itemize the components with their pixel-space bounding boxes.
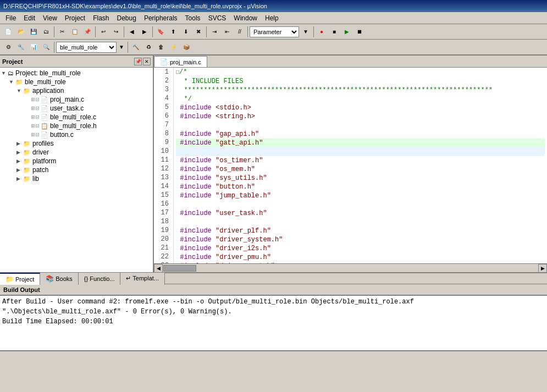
tree-item-platform[interactable]: ▶📁platform: [1, 157, 152, 165]
code-area[interactable]: 1234567891011121314151617181920212223242…: [154, 68, 547, 263]
code-line-11: #include "os_timer.h": [176, 156, 545, 165]
line-number-2: 2: [156, 76, 169, 85]
run-btn[interactable]: ●: [316, 26, 328, 38]
target-dropdown[interactable]: ble_multi_role: [56, 42, 117, 53]
menu-flash[interactable]: Flash: [90, 13, 112, 23]
debug-run-btn[interactable]: ▶: [341, 26, 353, 38]
tree-item-ble_multi_role_c[interactable]: ⊞⊟📄ble_multi_role.c: [1, 113, 152, 122]
menu-file[interactable]: File: [2, 13, 19, 23]
tb2-clean[interactable]: 🗑: [155, 41, 167, 53]
tree-item-ble_multi_role[interactable]: ▼📁ble_multi_role: [1, 78, 152, 86]
tab-books[interactable]: 📚 Books: [40, 273, 79, 285]
tree-item-user_task_c[interactable]: ⊞⊟📄user_task.c: [1, 104, 152, 113]
stop-btn[interactable]: ■: [328, 26, 340, 38]
tree-item-project-root[interactable]: ▼🗂Project: ble_multi_role: [1, 69, 152, 78]
save-all-btn[interactable]: 🗂: [40, 26, 52, 38]
next-bookmark-btn[interactable]: ⬇: [180, 26, 192, 38]
target-dropdown-arrow[interactable]: ▼: [117, 41, 126, 53]
status-bar: [0, 350, 547, 362]
title-text: D:\FREQCHIP\FR801xH-SDK\examples\dev1.0\…: [3, 3, 267, 9]
line-number-4: 4: [156, 94, 169, 103]
tree-item-lib[interactable]: ▶📁lib: [1, 174, 152, 183]
horizontal-scrollbar[interactable]: ◀ ▶: [154, 263, 547, 272]
build-output-line: After Build - User command #2: fromelf.e…: [2, 297, 545, 307]
tab-functions[interactable]: {} Functio...: [79, 273, 121, 285]
tree-item-button_c[interactable]: ⊞⊟📄button.c: [1, 130, 152, 139]
menu-view[interactable]: View: [40, 13, 60, 23]
tb2-build[interactable]: 🔨: [130, 41, 142, 53]
scroll-thumb[interactable]: [163, 265, 196, 272]
menu-bar: File Edit View Project Flash Debug Perip…: [0, 12, 547, 24]
bookmark-btn[interactable]: 🔖: [154, 26, 167, 38]
undo-btn[interactable]: ↩: [97, 26, 109, 38]
parameter-dropdown[interactable]: Parameter: [250, 26, 299, 37]
scroll-right-btn[interactable]: ▶: [538, 264, 547, 273]
line-number-17: 17: [156, 208, 169, 217]
code-line-19: #include "driver_plf.h": [176, 227, 545, 235]
menu-window[interactable]: Window: [230, 13, 261, 23]
save-btn[interactable]: 💾: [27, 26, 40, 38]
folder-icon-driver: 📁: [23, 149, 31, 156]
tree-item-profiles[interactable]: ▶📁profiles: [1, 139, 152, 148]
debug-stop-btn[interactable]: ⏹: [353, 26, 366, 38]
prev-bookmark-btn[interactable]: ⬆: [167, 26, 179, 38]
nav-fwd-btn[interactable]: ▶: [139, 26, 151, 38]
menu-tools[interactable]: Tools: [182, 13, 204, 23]
redo-btn[interactable]: ↪: [110, 26, 122, 38]
project-panel-pin[interactable]: 📌: [134, 58, 142, 65]
menu-help[interactable]: Help: [262, 13, 282, 23]
tb2-rebuild[interactable]: ♻: [142, 41, 154, 53]
tree-label-button_c: button.c: [50, 131, 74, 139]
code-line-20: #include "driver_system.h": [176, 235, 545, 244]
tree-item-patch[interactable]: ▶📁patch: [1, 165, 152, 174]
code-line-9: #include "gatt_api.h": [176, 139, 545, 147]
tree-item-proj_main_c[interactable]: ⊞⊟📄proj_main.c: [1, 95, 152, 104]
tab-project[interactable]: 📁 Project: [0, 273, 40, 285]
tree-label-ble_multi_role_h: ble_multi_role.h: [50, 122, 97, 130]
editor-tab-proj-main[interactable]: 📄 proj_main.c: [154, 56, 207, 67]
code-content[interactable]: □/* * INCLUDE FILES ********************…: [174, 68, 547, 263]
line-number-15: 15: [156, 191, 169, 200]
paste-btn[interactable]: 📌: [81, 26, 93, 38]
file-icon-user_task_c: 📄: [41, 105, 48, 112]
indent-btn[interactable]: ⇥: [208, 26, 220, 38]
menu-project[interactable]: Project: [62, 13, 89, 23]
line-number-13: 13: [156, 173, 169, 182]
tb2-btn3[interactable]: 📊: [27, 41, 40, 53]
tree-item-application[interactable]: ▼📁application: [1, 86, 152, 95]
folder-icon-ble_multi_role: 📁: [15, 79, 23, 86]
menu-peripherals[interactable]: Peripherals: [141, 13, 181, 23]
tb2-flash[interactable]: ⚡: [168, 41, 180, 53]
tree-item-ble_multi_role_h[interactable]: ⊞⊟📋ble_multi_role.h: [1, 122, 152, 130]
project-panel-close[interactable]: ✕: [143, 58, 151, 65]
new-btn[interactable]: 📄: [2, 26, 14, 38]
tree-expand-patch: ▶: [16, 167, 23, 173]
open-btn[interactable]: 📂: [15, 26, 27, 38]
code-line-21: #include "driver_i2s.h": [176, 244, 545, 253]
tb2-btn1[interactable]: ⚙: [2, 41, 14, 53]
cut-btn[interactable]: ✂: [56, 26, 68, 38]
menu-edit[interactable]: Edit: [20, 13, 38, 23]
tb2-btn4[interactable]: 🔍: [40, 41, 52, 53]
tree-label-project-root: Project: ble_multi_role: [15, 69, 81, 77]
line-number-11: 11: [156, 156, 169, 164]
project-tree: ▼🗂Project: ble_multi_role▼📁ble_multi_rol…: [0, 68, 153, 272]
scroll-left-btn[interactable]: ◀: [154, 264, 163, 273]
unindent-btn[interactable]: ⇤: [221, 26, 233, 38]
sep8: [54, 42, 54, 53]
build-output: After Build - User command #2: fromelf.e…: [0, 295, 547, 350]
tree-expand-ble_multi_role: ▼: [9, 79, 15, 85]
copy-btn[interactable]: 📋: [69, 26, 81, 38]
menu-debug[interactable]: Debug: [114, 13, 140, 23]
sep7: [313, 26, 314, 37]
nav-back-btn[interactable]: ◀: [126, 26, 138, 38]
menu-svcs[interactable]: SVCS: [205, 13, 230, 23]
tab-templates[interactable]: ↵ Templat...: [120, 273, 165, 285]
param-btn[interactable]: ▼: [300, 26, 312, 38]
clear-bookmark-btn[interactable]: ✖: [192, 26, 205, 38]
tb2-btn2[interactable]: 🔧: [15, 41, 27, 53]
tb2-pkg[interactable]: 📦: [180, 41, 192, 53]
tree-item-driver[interactable]: ▶📁driver: [1, 148, 152, 157]
comment-btn[interactable]: //: [234, 26, 246, 38]
tree-label-lib: lib: [32, 175, 39, 183]
